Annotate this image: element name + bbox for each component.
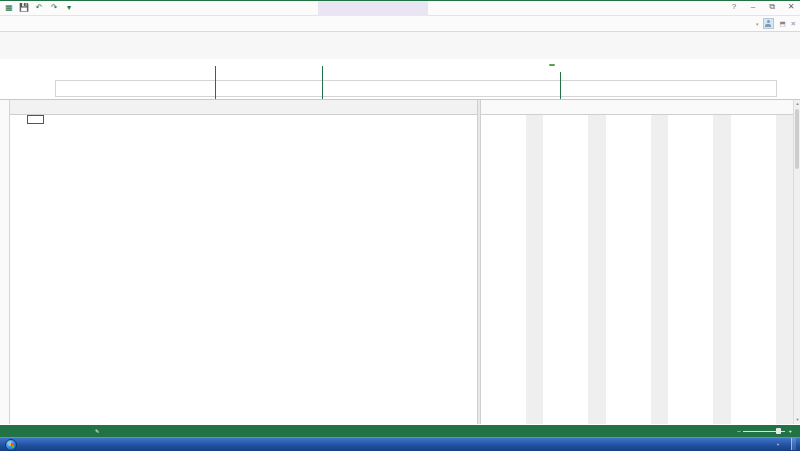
title-bar: ▦ 💾 ↶ ↷ ▾ ? – ⧉ ✕ — [0, 0, 800, 16]
customize-qat-icon[interactable]: ▾ — [64, 3, 74, 13]
timeline-view-range-start-line[interactable] — [215, 66, 216, 99]
selected-cell-indicator — [27, 115, 44, 124]
windows-taskbar[interactable] — [0, 437, 800, 451]
project-icon: ▦ — [4, 3, 14, 13]
undo-icon[interactable]: ↶ — [34, 3, 44, 13]
scrollbar-thumb[interactable] — [795, 109, 799, 169]
gantt-chart-area[interactable] — [481, 115, 793, 424]
timeline-view-range-end-line[interactable] — [322, 66, 323, 99]
contextual-tab-group — [318, 1, 428, 16]
collapse-ribbon-icon[interactable]: ✕ — [791, 20, 796, 28]
new-tasks-mode-button[interactable]: ✎ — [95, 425, 99, 437]
start-button[interactable] — [5, 439, 17, 451]
restore-button[interactable]: ⧉ — [766, 2, 778, 12]
zoom-slider[interactable]: –+ — [737, 425, 792, 437]
zoom-knob[interactable] — [776, 428, 781, 434]
today-badge — [549, 64, 555, 66]
desktop-expand-icon[interactable]: » — [777, 442, 779, 447]
ribbon — [0, 32, 800, 59]
timeline-band[interactable] — [55, 80, 777, 97]
gantt-chart-pane-tab[interactable] — [0, 100, 10, 424]
status-bar: ✎ –+ — [0, 425, 800, 437]
scroll-up-icon[interactable]: ▲ — [794, 100, 800, 108]
ribbon-display-options-icon[interactable]: ⬒ — [779, 20, 785, 28]
save-icon[interactable]: 💾 — [19, 3, 29, 13]
today-line — [560, 72, 561, 99]
close-button[interactable]: ✕ — [785, 2, 797, 12]
quick-access-toolbar[interactable]: ▦ 💾 ↶ ↷ ▾ — [4, 3, 74, 13]
minimize-button[interactable]: – — [747, 2, 759, 12]
gantt-timescale-header[interactable] — [481, 100, 793, 115]
system-tray[interactable]: » — [773, 437, 796, 451]
redo-icon[interactable]: ↷ — [49, 3, 59, 13]
timeline-month-scale — [55, 72, 777, 80]
help-button[interactable]: ? — [728, 2, 740, 12]
ribbon-tab-bar — [0, 16, 800, 32]
task-table-header[interactable] — [10, 100, 477, 115]
show-desktop-button[interactable] — [791, 438, 796, 450]
scroll-down-icon[interactable]: ▼ — [794, 416, 800, 424]
avatar[interactable] — [763, 18, 774, 29]
task-table-body[interactable] — [10, 115, 477, 424]
vertical-scrollbar[interactable]: ▲ ▼ — [793, 100, 800, 424]
